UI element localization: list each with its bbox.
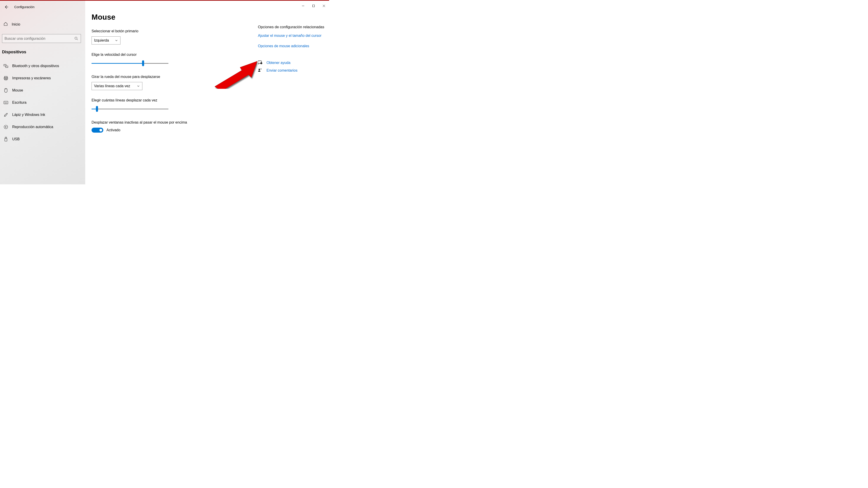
sidebar-item-home[interactable]: Inicio: [0, 19, 85, 30]
chevron-down-icon: [137, 85, 140, 88]
sidebar-item-typing[interactable]: Escritura: [0, 96, 85, 109]
svg-rect-1: [313, 5, 315, 7]
wheel-scroll-label: Girar la rueda del mouse para desplazars…: [92, 75, 254, 79]
related-heading: Opciones de configuración relacionadas: [258, 24, 326, 30]
home-label: Inicio: [12, 22, 20, 26]
sidebar-item-usb[interactable]: USB: [0, 133, 85, 145]
svg-rect-10: [4, 77, 8, 79]
cursor-speed-setting: Elige la velocidad del cursor: [92, 53, 254, 67]
related-link-additional-mouse-options[interactable]: Opciones de mouse adicionales: [258, 43, 326, 49]
sidebar-item-pen[interactable]: Lápiz y Windows Ink: [0, 109, 85, 121]
feedback-link[interactable]: Enviar comentarios: [267, 68, 298, 72]
svg-rect-14: [4, 101, 8, 104]
lines-per-scroll-label: Elegir cuántas líneas desplazar cada vez: [92, 98, 254, 102]
primary-button-label: Seleccionar el botón primario: [92, 29, 254, 33]
sidebar: Configuración Inicio Dispositivos: [0, 1, 85, 184]
svg-rect-7: [4, 64, 6, 66]
lines-per-scroll-slider[interactable]: [92, 105, 168, 112]
cursor-speed-slider[interactable]: [92, 60, 168, 67]
sidebar-item-label: Impresoras y escáneres: [12, 76, 51, 80]
pen-icon: [4, 112, 8, 117]
slider-thumb[interactable]: [142, 60, 144, 66]
feedback-icon: [258, 68, 262, 73]
sidebar-item-autoplay[interactable]: Reproducción automática: [0, 121, 85, 133]
svg-point-5: [75, 37, 77, 39]
printer-icon: [4, 76, 8, 80]
svg-point-25: [258, 69, 260, 70]
dropdown-value: Varias líneas cada vez: [94, 84, 130, 88]
svg-marker-20: [5, 126, 6, 128]
svg-rect-21: [5, 137, 6, 138]
dropdown-value: Izquierda: [94, 38, 109, 42]
lines-per-scroll-setting: Elegir cuántas líneas desplazar cada vez: [92, 98, 254, 112]
window-controls: [298, 1, 329, 11]
bluetooth-devices-icon: [4, 64, 8, 68]
wheel-scroll-dropdown[interactable]: Varias líneas cada vez: [92, 82, 143, 90]
category-label: Dispositivos: [2, 50, 85, 55]
slider-fill: [92, 63, 143, 64]
home-icon: [4, 22, 8, 27]
help-row-get-help: ? Obtener ayuda: [258, 61, 326, 65]
primary-button-dropdown[interactable]: Izquierda: [92, 36, 121, 44]
get-help-link[interactable]: Obtener ayuda: [267, 61, 290, 65]
svg-rect-8: [6, 66, 8, 68]
sidebar-top: Configuración: [0, 2, 85, 11]
svg-rect-22: [5, 138, 7, 141]
sidebar-item-label: Escritura: [12, 101, 26, 105]
sidebar-item-label: Reproducción automática: [12, 125, 53, 129]
wheel-scroll-setting: Girar la rueda del mouse para desplazars…: [92, 75, 254, 90]
sidebar-item-mouse[interactable]: Mouse: [0, 84, 85, 96]
search-icon: [74, 37, 79, 41]
slider-thumb[interactable]: [96, 106, 98, 112]
sidebar-item-label: Bluetooth y otros dispositivos: [12, 64, 59, 68]
nav-list: Bluetooth y otros dispositivos Impresora…: [0, 60, 85, 145]
main-content: Mouse Seleccionar el botón primario Izqu…: [85, 1, 329, 184]
maximize-button[interactable]: [308, 1, 319, 11]
app-title: Configuración: [14, 5, 34, 9]
mouse-icon: [4, 88, 8, 93]
usb-icon: [4, 137, 8, 141]
svg-rect-9: [4, 76, 7, 77]
inactive-scroll-toggle-row: Activado: [92, 128, 254, 133]
toggle-state-label: Activado: [106, 128, 120, 132]
related-link-adjust-cursor[interactable]: Ajustar el mouse y el tamaño del cursor: [258, 33, 326, 38]
settings-window: Configuración Inicio Dispositivos: [0, 0, 329, 184]
settings-panel: Mouse Seleccionar el botón primario Izqu…: [92, 13, 254, 177]
help-icon: ?: [258, 61, 262, 65]
sidebar-item-bluetooth[interactable]: Bluetooth y otros dispositivos: [0, 60, 85, 72]
chevron-down-icon: [115, 39, 118, 42]
back-button[interactable]: [2, 2, 11, 11]
slider-track: [92, 109, 168, 109]
inactive-scroll-setting: Desplazar ventanas inactivas al pasar el…: [92, 121, 254, 133]
help-row-feedback: Enviar comentarios: [258, 68, 326, 73]
sidebar-item-label: Mouse: [12, 88, 23, 92]
page-title: Mouse: [92, 13, 254, 22]
close-button[interactable]: [319, 1, 329, 11]
svg-line-6: [77, 39, 78, 40]
toggle-knob: [99, 129, 102, 131]
sidebar-item-printers[interactable]: Impresoras y escáneres: [0, 72, 85, 84]
search-input[interactable]: [4, 37, 74, 41]
autoplay-icon: [4, 125, 8, 129]
keyboard-icon: [4, 100, 8, 105]
slider-track: [92, 63, 168, 64]
minimize-button[interactable]: [298, 1, 308, 11]
sidebar-item-label: USB: [12, 137, 20, 141]
inactive-scroll-label: Desplazar ventanas inactivas al pasar el…: [92, 121, 254, 125]
svg-rect-11: [5, 78, 7, 80]
primary-button-setting: Seleccionar el botón primario Izquierda: [92, 29, 254, 44]
related-panel: Opciones de configuración relacionadas A…: [258, 13, 326, 177]
cursor-speed-label: Elige la velocidad del cursor: [92, 53, 254, 57]
search-box[interactable]: [2, 34, 81, 43]
inactive-scroll-toggle[interactable]: [92, 128, 103, 133]
sidebar-item-label: Lápiz y Windows Ink: [12, 113, 45, 117]
